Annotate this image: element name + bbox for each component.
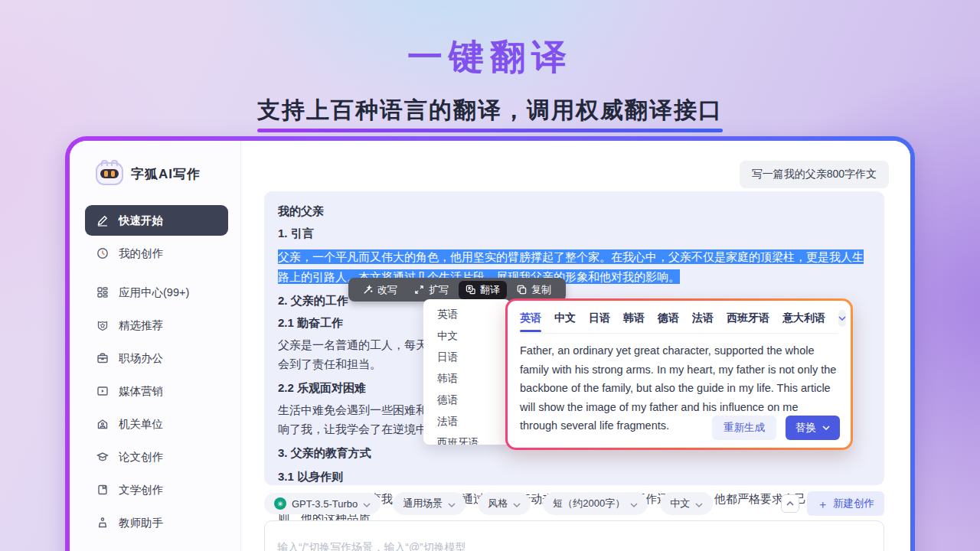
rewrite-button[interactable]: 改写 — [356, 281, 404, 299]
sidebar-item-label: 文学创作 — [119, 483, 163, 497]
output-language-label: 中文 — [670, 497, 690, 510]
tab-german[interactable]: 德语 — [658, 311, 679, 325]
translate-label: 翻译 — [480, 283, 500, 297]
task-prompt-pill[interactable]: 写一篇我的父亲800字作文 — [740, 161, 889, 188]
scene-select[interactable]: 通用场景 — [393, 492, 466, 515]
translate-button[interactable]: 翻译 — [459, 281, 507, 299]
replace-button[interactable]: 替换 — [786, 416, 840, 440]
translation-popup: 英语 中文 日语 韩语 德语 法语 西班牙语 意大利语 Father, an o… — [505, 298, 853, 450]
tab-spanish[interactable]: 西班牙语 — [727, 311, 769, 325]
style-select[interactable]: 风格 — [478, 492, 531, 515]
chevron-down-icon — [838, 316, 846, 321]
book-icon — [96, 483, 109, 497]
tab-japanese[interactable]: 日语 — [589, 311, 610, 325]
style-label: 风格 — [488, 497, 508, 510]
robot-eye — [111, 171, 115, 177]
model-label: GPT-3.5-Turbo — [292, 498, 358, 510]
sidebar: 字狐AI写作 快速开始 我的创作 — [70, 141, 241, 551]
sidebar-item-teacher-assistant[interactable]: 教师助手 — [85, 507, 228, 538]
language-option-chinese[interactable]: 中文 — [423, 325, 511, 347]
sidebar-item-app-center[interactable]: 应用中心(99+) — [85, 277, 228, 308]
sidebar-item-label: 机关单位 — [119, 417, 163, 432]
hero-subtitle-wrap: 支持上百种语言的翻译，调用权威翻译接口 — [257, 95, 723, 132]
language-option-spanish[interactable]: 西班牙语 — [423, 432, 511, 445]
new-creation-button[interactable]: ＋ 新建创作 — [807, 491, 884, 516]
robot-visor — [100, 169, 119, 178]
translation-actions: 重新生成 替换 — [712, 416, 840, 440]
chevron-down-icon — [630, 498, 638, 510]
rewrite-label: 改写 — [377, 283, 397, 297]
pen-icon — [96, 214, 109, 227]
hero-title: 一键翻译 — [0, 34, 980, 81]
language-option-japanese[interactable]: 日语 — [423, 347, 511, 368]
chevron-down-icon — [695, 498, 703, 510]
tab-korean[interactable]: 韩语 — [623, 311, 645, 325]
tab-english[interactable]: 英语 — [520, 311, 541, 325]
chevron-up-icon — [786, 501, 794, 506]
sidebar-item-label: 职场办公 — [119, 351, 163, 366]
chevron-down-icon — [513, 498, 521, 510]
video-icon — [96, 384, 109, 398]
app-name: 字狐AI写作 — [131, 165, 201, 183]
briefcase-icon — [96, 351, 109, 365]
doc-heading-intro: 1. 引言 — [278, 223, 871, 243]
hero-section: 一键翻译 支持上百种语言的翻译，调用权威翻译接口 — [0, 0, 980, 132]
main-area: 写一篇我的父亲800字作文 我的父亲 1. 引言 父亲，一个平凡而又伟大的角色，… — [241, 141, 910, 551]
composer-input[interactable] — [264, 520, 884, 551]
doc-title: 我的父亲 — [278, 201, 871, 220]
regenerate-button[interactable]: 重新生成 — [712, 416, 776, 440]
language-option-french[interactable]: 法语 — [423, 411, 511, 432]
doc-heading-example: 3.1 以身作则 — [278, 467, 871, 486]
sidebar-item-my-creations[interactable]: 我的创作 — [85, 238, 228, 269]
app-window: 字狐AI写作 快速开始 我的创作 — [65, 136, 915, 551]
grid-icon — [96, 285, 109, 299]
output-language-select[interactable]: 中文 — [660, 492, 713, 515]
expand-button[interactable]: 扩写 — [407, 281, 456, 299]
sidebar-item-government[interactable]: 机关单位 — [85, 409, 228, 439]
language-option-korean[interactable]: 韩语 — [423, 368, 511, 390]
composer-toolbar-right: ＋ 新建创作 — [781, 491, 884, 516]
composer-toolbar: ✳ GPT-3.5-Turbo 通用场景 风格 短（约2000字） — [264, 491, 884, 516]
chevron-down-icon — [448, 498, 456, 510]
expand-arrows-icon — [414, 285, 424, 295]
sidebar-item-quick-start[interactable]: 快速开始 — [85, 205, 228, 236]
chevron-down-icon — [363, 498, 371, 510]
nav-divider-gap — [85, 271, 228, 277]
sidebar-item-workplace[interactable]: 职场办公 — [85, 343, 228, 373]
robot-eye — [104, 171, 108, 177]
scene-label: 通用场景 — [403, 497, 443, 510]
clock-icon — [96, 246, 109, 260]
sidebar-item-featured[interactable]: 精选推荐 — [85, 310, 228, 341]
tab-french[interactable]: 法语 — [692, 311, 714, 325]
new-creation-label: 新建创作 — [833, 497, 874, 510]
sidebar-item-label: 教师助手 — [119, 516, 163, 530]
magic-wand-icon — [363, 285, 373, 295]
sidebar-item-label: 媒体营销 — [119, 384, 163, 399]
collapse-button[interactable] — [781, 494, 799, 513]
robot-logo-icon — [96, 162, 123, 185]
more-languages-button[interactable] — [838, 310, 846, 327]
copy-label: 复制 — [531, 283, 551, 297]
hero-underline-bar — [257, 129, 723, 132]
expand-label: 扩写 — [429, 283, 449, 297]
model-select[interactable]: ✳ GPT-3.5-Turbo — [264, 493, 381, 514]
language-option-english[interactable]: 英语 — [423, 304, 511, 325]
plus-icon: ＋ — [817, 498, 828, 510]
sidebar-item-label: 我的创作 — [119, 246, 163, 261]
copy-button[interactable]: 复制 — [510, 281, 558, 299]
tab-chinese[interactable]: 中文 — [554, 311, 576, 325]
sidebar-nav: 快速开始 我的创作 应用中心(99+) — [85, 205, 228, 538]
length-select[interactable]: 短（约2000字） — [543, 492, 648, 515]
sidebar-item-paper-writing[interactable]: 论文创作 — [85, 442, 228, 472]
copy-icon — [517, 285, 527, 295]
teacher-podium-icon — [96, 516, 109, 530]
length-label: 短（约2000字） — [553, 497, 625, 510]
sidebar-item-label: 精选推荐 — [119, 318, 163, 333]
tab-italian[interactable]: 意大利语 — [782, 311, 825, 325]
language-option-german[interactable]: 德语 — [423, 390, 511, 411]
openai-logo-icon: ✳ — [274, 497, 286, 510]
graduation-cap-icon — [96, 450, 109, 464]
sidebar-item-media-marketing[interactable]: 媒体营销 — [85, 376, 228, 406]
star-badge-icon — [96, 318, 109, 332]
sidebar-item-literary[interactable]: 文学创作 — [85, 474, 228, 505]
